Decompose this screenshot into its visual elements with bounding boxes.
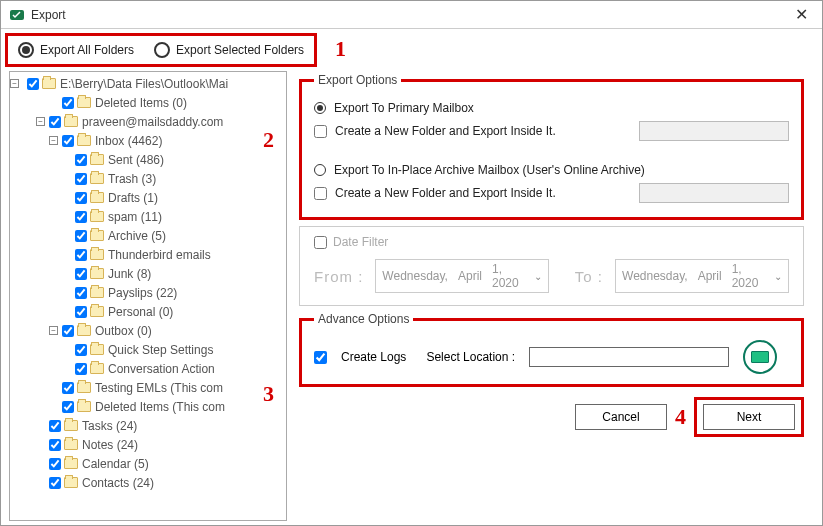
- tree-label: Deleted Items (This com: [95, 400, 225, 414]
- to-date-picker[interactable]: Wednesday, April 1, 2020 ⌄: [615, 259, 789, 293]
- checkbox-create-logs[interactable]: [314, 351, 327, 364]
- folder-icon: [77, 401, 91, 412]
- from-date-picker[interactable]: Wednesday, April 1, 2020 ⌄: [375, 259, 549, 293]
- cancel-button[interactable]: Cancel: [575, 404, 667, 430]
- tree-item[interactable]: Trash (3): [10, 169, 286, 188]
- radio-label: Export To Primary Mailbox: [334, 101, 474, 115]
- tree-item[interactable]: −E:\Berry\Data Files\Outlook\Mai: [10, 74, 286, 93]
- tree-checkbox[interactable]: [75, 211, 87, 223]
- tree-item[interactable]: Archive (5): [10, 226, 286, 245]
- annotation-2: 2: [263, 127, 274, 153]
- next-button[interactable]: Next: [703, 404, 795, 430]
- tree-item[interactable]: −Outbox (0): [10, 321, 286, 340]
- tree-checkbox[interactable]: [75, 154, 87, 166]
- to-label: To :: [575, 268, 609, 285]
- tree-checkbox[interactable]: [75, 230, 87, 242]
- folder-name-input-1[interactable]: [639, 121, 789, 141]
- tree-checkbox[interactable]: [49, 439, 61, 451]
- folder-icon: [90, 344, 104, 355]
- checkbox-date-filter[interactable]: [314, 236, 327, 249]
- folder-icon: [90, 363, 104, 374]
- checkbox-create-folder-1[interactable]: [314, 125, 327, 138]
- tree-item[interactable]: Deleted Items (0): [10, 93, 286, 112]
- tree-item[interactable]: Testing EMLs (This com: [10, 378, 286, 397]
- tree-item[interactable]: −Inbox (4462): [10, 131, 286, 150]
- folder-icon: [42, 78, 56, 89]
- tree-item[interactable]: Junk (8): [10, 264, 286, 283]
- folder-icon: [90, 287, 104, 298]
- tree-checkbox[interactable]: [75, 287, 87, 299]
- export-options-group: Export Options Export To Primary Mailbox…: [299, 73, 804, 220]
- browse-location-button[interactable]: [743, 340, 777, 374]
- radio-export-all[interactable]: Export All Folders: [18, 42, 134, 58]
- tree-checkbox[interactable]: [75, 306, 87, 318]
- annotation-3: 3: [263, 381, 274, 407]
- tree-checkbox[interactable]: [49, 477, 61, 489]
- checkbox-label: Create Logs: [341, 350, 406, 364]
- folder-icon: [64, 420, 78, 431]
- tree-item[interactable]: spam (11): [10, 207, 286, 226]
- radio-archive-mailbox[interactable]: Export To In-Place Archive Mailbox (User…: [314, 163, 789, 177]
- collapse-icon[interactable]: −: [36, 117, 45, 126]
- tree-checkbox[interactable]: [75, 344, 87, 356]
- tree-label: Thunderbird emails: [108, 248, 211, 262]
- tree-label: Sent (486): [108, 153, 164, 167]
- folder-name-input-2[interactable]: [639, 183, 789, 203]
- tree-checkbox[interactable]: [75, 192, 87, 204]
- close-icon[interactable]: ✕: [789, 5, 814, 24]
- annotation-1: 1: [335, 36, 346, 62]
- tree-label: Quick Step Settings: [108, 343, 213, 357]
- tree-label: Deleted Items (0): [95, 96, 187, 110]
- checkbox-create-folder-2[interactable]: [314, 187, 327, 200]
- tree-item[interactable]: Calendar (5): [10, 454, 286, 473]
- tree-item[interactable]: Notes (24): [10, 435, 286, 454]
- tree-label: spam (11): [108, 210, 162, 224]
- tree-checkbox[interactable]: [62, 382, 74, 394]
- tree-item[interactable]: Deleted Items (This com: [10, 397, 286, 416]
- tree-label: Outbox (0): [95, 324, 152, 338]
- radio-dot-icon: [18, 42, 34, 58]
- tree-label: Notes (24): [82, 438, 138, 452]
- tree-item[interactable]: Conversation Action: [10, 359, 286, 378]
- tree-checkbox[interactable]: [75, 268, 87, 280]
- tree-item[interactable]: Quick Step Settings: [10, 340, 286, 359]
- tree-checkbox[interactable]: [75, 173, 87, 185]
- collapse-icon[interactable]: −: [49, 326, 58, 335]
- location-input[interactable]: [529, 347, 729, 367]
- tree-item[interactable]: Sent (486): [10, 150, 286, 169]
- tree-checkbox[interactable]: [62, 97, 74, 109]
- tree-item[interactable]: Drafts (1): [10, 188, 286, 207]
- app-icon: [9, 7, 25, 23]
- tree-item[interactable]: Payslips (22): [10, 283, 286, 302]
- collapse-icon[interactable]: −: [49, 136, 58, 145]
- tree-checkbox[interactable]: [62, 325, 74, 337]
- folder-tree[interactable]: −E:\Berry\Data Files\Outlook\MaiDeleted …: [9, 71, 287, 521]
- radio-export-selected[interactable]: Export Selected Folders: [154, 42, 304, 58]
- tree-item[interactable]: −praveen@mailsdaddy.com: [10, 112, 286, 131]
- radio-primary-mailbox[interactable]: Export To Primary Mailbox: [314, 101, 789, 115]
- collapse-icon[interactable]: −: [10, 79, 19, 88]
- tree-checkbox[interactable]: [62, 135, 74, 147]
- tree-label: Archive (5): [108, 229, 166, 243]
- radio-label: Export To In-Place Archive Mailbox (User…: [334, 163, 645, 177]
- tree-item[interactable]: Thunderbird emails: [10, 245, 286, 264]
- tree-checkbox[interactable]: [49, 420, 61, 432]
- folder-icon: [751, 351, 769, 363]
- tree-checkbox[interactable]: [75, 249, 87, 261]
- tree-item[interactable]: Tasks (24): [10, 416, 286, 435]
- tree-checkbox[interactable]: [27, 78, 39, 90]
- folder-icon: [77, 382, 91, 393]
- radio-dot-icon: [314, 164, 326, 176]
- tree-checkbox[interactable]: [49, 116, 61, 128]
- tree-label: Payslips (22): [108, 286, 177, 300]
- tree-checkbox[interactable]: [49, 458, 61, 470]
- tree-item[interactable]: Personal (0): [10, 302, 286, 321]
- tree-checkbox[interactable]: [75, 363, 87, 375]
- radio-dot-icon: [154, 42, 170, 58]
- checkbox-label: Create a New Folder and Export Inside It…: [335, 186, 556, 200]
- radio-label: Export All Folders: [40, 43, 134, 57]
- folder-icon: [90, 268, 104, 279]
- tree-item[interactable]: Contacts (24): [10, 473, 286, 492]
- tree-checkbox[interactable]: [62, 401, 74, 413]
- folder-icon: [90, 306, 104, 317]
